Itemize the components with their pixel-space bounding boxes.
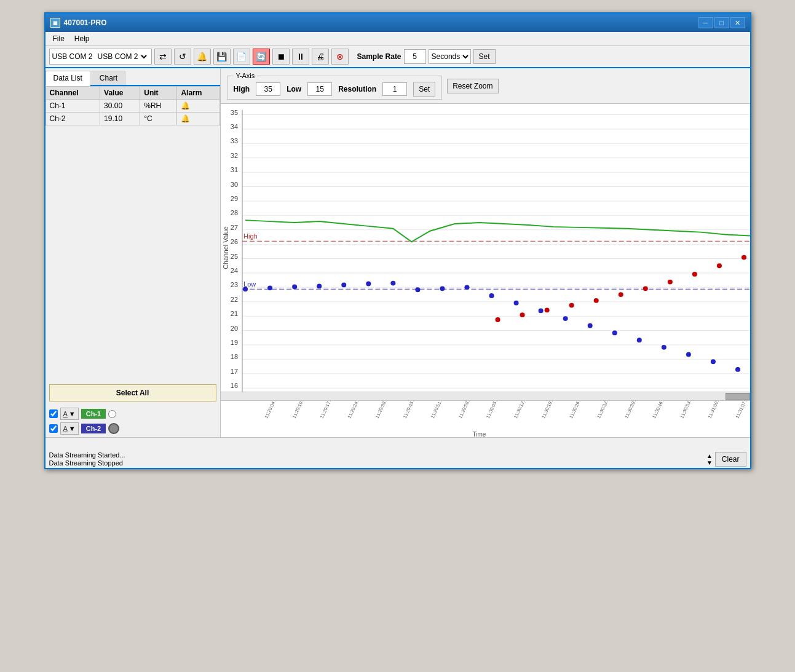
svg-text:25: 25 (230, 253, 237, 260)
cancel-button[interactable]: ⊗ (331, 49, 349, 65)
scroll-arrows-vertical[interactable]: ▲ ▼ (706, 453, 713, 466)
menu-file[interactable]: File (48, 33, 69, 44)
ch2-circle-button[interactable] (108, 423, 119, 434)
svg-rect-0 (221, 104, 750, 392)
svg-text:21: 21 (230, 310, 237, 317)
resolution-input[interactable] (382, 82, 407, 96)
reset-zoom-button[interactable]: Reset Zoom (447, 79, 498, 93)
svg-point-46 (495, 317, 500, 322)
ch1-checkbox[interactable] (49, 409, 58, 418)
svg-point-57 (243, 287, 248, 291)
svg-text:11:29:45 AM: 11:29:45 AM (401, 401, 417, 419)
svg-point-47 (520, 312, 524, 317)
menu-help[interactable]: Help (69, 33, 95, 44)
table-row: Ch-1 30.00 %RH 🔔 (45, 100, 220, 113)
cell-alarm-1[interactable]: 🔔 (177, 100, 220, 113)
yaxis-controls: Y-Axis High Low Resolution Set Reset Zoo… (221, 68, 750, 104)
high-input[interactable] (256, 82, 280, 96)
h-scroll-thumb[interactable] (726, 393, 750, 400)
com-port-select-wrapper[interactable]: USB COM 2 USB COM 1 USB COM 2 USB COM 3 (49, 49, 152, 65)
sample-rate-input[interactable] (404, 49, 426, 64)
select-all-button[interactable]: Select All (49, 384, 216, 401)
sample-rate-unit-select[interactable]: Seconds Minutes (429, 49, 471, 64)
status-line-1: Data Streaming Started... (49, 451, 125, 459)
right-panel: Y-Axis High Low Resolution Set Reset Zoo… (221, 68, 750, 437)
col-alarm: Alarm (177, 87, 220, 100)
print-button[interactable]: 🖨 (312, 49, 329, 65)
cell-channel-1: Ch-1 (45, 100, 100, 113)
ch2-checkbox[interactable] (49, 424, 58, 433)
status-line-2: Data Streaming Stopped (49, 459, 125, 467)
ch1-label-button[interactable]: Ch-1 (81, 409, 106, 419)
statusbar: Data Streaming Started... Data Streaming… (45, 437, 750, 468)
main-window: ▦ 407001-PRO ─ □ ✕ File Help USB COM 2 U… (44, 12, 751, 469)
left-panel: Data List Chart Channel Value Unit Alarm… (45, 68, 221, 437)
low-label: Low (287, 85, 301, 93)
svg-text:33: 33 (230, 137, 237, 144)
scroll-down-arrow[interactable]: ▼ (706, 459, 713, 466)
ch2-alarm-dropdown-arrow[interactable]: ▼ (69, 425, 76, 432)
refresh-button[interactable]: ↺ (174, 49, 191, 65)
close-button[interactable]: ✕ (730, 17, 745, 28)
sample-rate-set-button[interactable]: Set (473, 49, 496, 64)
ch1-alarm-dropdown-arrow[interactable]: ▼ (69, 410, 76, 417)
stop-button[interactable]: ⏹ (272, 49, 290, 65)
svg-text:11:31:07 AM: 11:31:07 AM (734, 401, 750, 419)
maximize-button[interactable]: □ (714, 17, 729, 28)
col-value: Value (100, 87, 140, 100)
high-label: High (234, 85, 250, 93)
low-input[interactable] (307, 82, 332, 96)
pause-button[interactable]: ⏸ (292, 49, 309, 65)
svg-text:30: 30 (230, 181, 237, 188)
svg-text:35: 35 (230, 109, 237, 116)
svg-point-62 (366, 282, 371, 287)
yaxis-set-button[interactable]: Set (413, 82, 435, 97)
scroll-up-arrow[interactable]: ▲ (706, 453, 713, 459)
com-port-group: USB COM 2 USB COM 1 USB COM 2 USB COM 3 (49, 49, 152, 65)
window-title: 407001-PRO (64, 18, 107, 27)
svg-point-66 (464, 285, 469, 290)
svg-point-60 (317, 284, 322, 289)
minimize-button[interactable]: ─ (698, 17, 713, 28)
svg-text:22: 22 (230, 296, 237, 303)
svg-text:11:30:05 AM: 11:30:05 AM (485, 401, 500, 419)
tabs: Data List Chart (45, 68, 220, 86)
open-button[interactable]: 📄 (233, 49, 250, 65)
svg-text:11:29:17 AM: 11:29:17 AM (318, 401, 334, 419)
status-controls: ▲ ▼ Clear (706, 452, 746, 467)
save-button[interactable]: 💾 (213, 49, 231, 65)
chart-area: 35 34 33 32 31 30 29 28 27 26 25 24 23 2… (221, 104, 750, 392)
ch1-alarm-button[interactable]: A ▼ (60, 408, 79, 420)
ch2-label-button[interactable]: Ch-2 (81, 424, 106, 433)
svg-text:11:30:26 AM: 11:30:26 AM (568, 401, 584, 419)
ch1-radio[interactable] (108, 410, 116, 418)
svg-point-55 (716, 263, 721, 268)
svg-point-65 (440, 286, 445, 291)
time-axis: 11:29:04 AM 11:29:10 AM 11:29:17 AM 11:2… (221, 400, 750, 437)
svg-point-77 (735, 367, 740, 372)
svg-point-61 (341, 283, 346, 288)
connect-button[interactable]: ⇄ (154, 49, 172, 65)
h-scrollbar[interactable] (221, 392, 750, 400)
main-content: Data List Chart Channel Value Unit Alarm… (45, 68, 750, 437)
svg-text:11:29:04 AM: 11:29:04 AM (263, 401, 279, 419)
clear-button[interactable]: Clear (715, 452, 746, 467)
toolbar: USB COM 2 USB COM 1 USB COM 2 USB COM 3 … (45, 46, 750, 68)
tab-chart[interactable]: Chart (92, 71, 125, 85)
svg-text:11:31:00 AM: 11:31:00 AM (706, 401, 722, 419)
stream-button[interactable]: 🔄 (253, 49, 270, 65)
cell-value-1: 30.00 (100, 100, 140, 113)
svg-text:20: 20 (230, 325, 237, 332)
cell-unit-1: %RH (140, 100, 177, 113)
cell-alarm-2[interactable]: 🔔 (177, 113, 220, 125)
alarm-button[interactable]: 🔔 (194, 49, 211, 65)
com-port-dropdown[interactable]: USB COM 1 USB COM 2 USB COM 3 (95, 52, 149, 61)
status-messages: Data Streaming Started... Data Streaming… (49, 451, 125, 467)
channel-row-2: A ▼ Ch-2 (49, 422, 216, 435)
svg-point-67 (489, 293, 494, 298)
resolution-label: Resolution (338, 85, 376, 93)
svg-point-63 (390, 281, 395, 286)
svg-text:11:30:12 AM: 11:30:12 AM (512, 401, 528, 419)
ch2-alarm-button[interactable]: A ▼ (60, 422, 79, 435)
tab-data-list[interactable]: Data List (45, 71, 90, 86)
